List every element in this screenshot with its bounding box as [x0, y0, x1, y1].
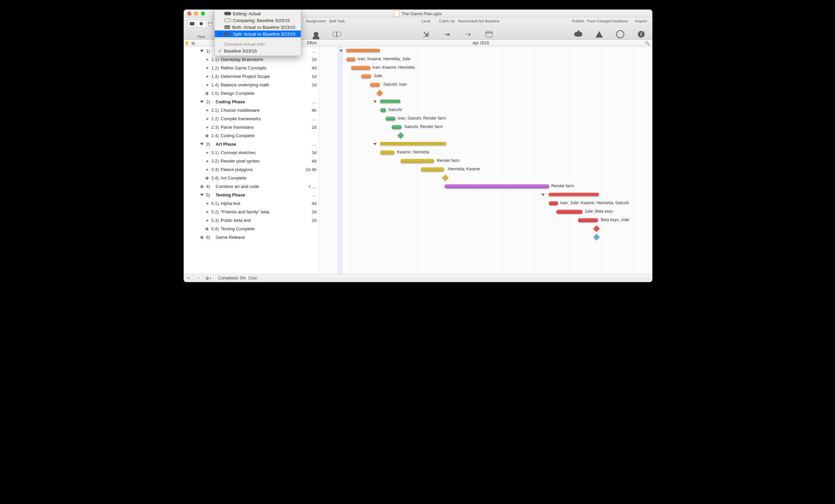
group-disclosure-icon[interactable] [373, 101, 377, 103]
group-bar[interactable] [549, 193, 599, 196]
gantt-row[interactable]: Julie; Beta keys [319, 208, 652, 216]
view-calendar-icon[interactable] [206, 20, 215, 27]
menu-item[interactable]: ✓Split: Actual vs Baseline 3/23/15 [215, 31, 301, 37]
disclosure-triangle-icon[interactable] [200, 194, 204, 196]
publish-button[interactable]: Publish [571, 30, 586, 39]
gantt-row[interactable]: Satoshi; Render farm [319, 123, 652, 132]
split-task-button[interactable]: Split Task [330, 30, 345, 39]
group-disclosure-icon[interactable] [373, 143, 377, 145]
gantt-chart[interactable]: Ivan; Kwame; Henrietta; JulieIvan; Kwame… [319, 47, 652, 274]
gantt-row[interactable] [319, 47, 652, 55]
outline-row[interactable]: 3.3)Fleece polygons2d 4h [184, 165, 319, 174]
menu-item[interactable]: ✓Baseline 3/23/15 [215, 47, 301, 54]
task-bar[interactable] [351, 66, 371, 70]
view-mode-segmented[interactable] [187, 20, 215, 28]
outline-row[interactable]: 2.4)Coding Complete [184, 132, 319, 140]
gantt-row[interactable]: Julie [319, 72, 652, 81]
gantt-row[interactable]: Satoshi [319, 106, 652, 115]
gantt-row[interactable]: Ivan; Satoshi; Render farm [319, 115, 652, 123]
violations-button[interactable]: Violations [613, 30, 628, 39]
zoom-icon[interactable]: 🔍 [643, 41, 652, 45]
group-disclosure-icon[interactable] [340, 50, 343, 52]
outline-row[interactable]: 1.4)Balance underlying math2d [184, 81, 319, 89]
outline-row[interactable]: 5.1)Alpha test4d [184, 199, 319, 208]
disclosure-triangle-icon[interactable] [200, 101, 204, 103]
outline-row[interactable]: 1.2)Refine Game Concepts4d [184, 64, 319, 72]
group-disclosure-icon[interactable] [541, 194, 545, 196]
task-bar[interactable] [386, 117, 396, 121]
track-changes-button[interactable]: Track Changes [592, 30, 607, 39]
task-bar[interactable] [346, 57, 356, 61]
milestone-marker[interactable] [442, 175, 449, 181]
task-bar[interactable] [444, 184, 549, 188]
group-bar[interactable] [346, 49, 380, 52]
level-button[interactable]: ⇲ Level [419, 30, 433, 39]
gantt-row[interactable]: Ivan; Kwame; Henrietta; Julie [319, 55, 652, 64]
outline-row[interactable]: 6)Game Release [184, 233, 319, 242]
outline-row[interactable]: 3.2)Render pixel sprites4d [184, 157, 319, 165]
gantt-row[interactable]: Ivan; Kwame; Henrietta [319, 64, 652, 72]
view-resource-icon[interactable] [197, 20, 206, 27]
group-bar[interactable] [380, 142, 446, 145]
task-bar[interactable] [380, 108, 386, 112]
gantt-row[interactable] [319, 225, 652, 233]
outline-row[interactable]: 4)Combine art and code< … [184, 182, 319, 191]
milestone-marker[interactable] [376, 90, 383, 97]
milestone-marker[interactable] [593, 225, 600, 232]
gantt-row[interactable] [319, 174, 652, 182]
task-bar[interactable] [370, 83, 380, 87]
action-menu-button[interactable]: ⚙▾ [204, 274, 213, 282]
notes-column-icon[interactable]: ▤ [190, 41, 196, 45]
task-bar[interactable] [380, 150, 395, 155]
outline-row[interactable]: 3)Art Phase… [184, 140, 319, 148]
task-bar[interactable] [421, 167, 444, 172]
outline-row[interactable]: 5.2)“Friends and family” beta3d [184, 208, 319, 216]
gantt-row[interactable] [319, 233, 652, 242]
baseline-compare-menu[interactable]: Editing: ActualComparing: Baseline 3/23/… [215, 9, 301, 56]
outline-row[interactable]: 2.1)Choose middleware4h [184, 106, 319, 115]
gantt-row[interactable]: Henrietta; Kwame [319, 165, 652, 174]
gantt-row[interactable] [319, 89, 652, 98]
gantt-row[interactable]: Render farm [319, 157, 652, 165]
group-bar[interactable] [380, 100, 401, 103]
outline-row[interactable]: 1.5)Design Complete [184, 89, 319, 98]
hand-tool-icon[interactable]: ✋ [184, 41, 190, 45]
gantt-row[interactable] [319, 98, 652, 106]
outline-row[interactable]: 2.3)Parse framistans2d [184, 123, 319, 132]
task-bar[interactable] [401, 159, 434, 163]
gantt-row[interactable]: Satoshi; Ivan [319, 81, 652, 89]
task-bar[interactable] [392, 125, 402, 129]
outline-row[interactable]: 1.3)Determine Project Scope1d [184, 72, 319, 81]
outline-row[interactable]: 5.4)Testing Complete [184, 225, 319, 233]
inspect-button[interactable]: i Inspect [634, 30, 649, 39]
catch-up-button[interactable]: ⇥ Catch Up [440, 30, 454, 39]
gantt-row[interactable]: Beta keys; Julie [319, 216, 652, 225]
menu-item[interactable]: Both: Actual vs Baseline 3/23/15 [215, 24, 301, 31]
reschedule-button[interactable]: ⇢ Reschedule [461, 30, 475, 39]
view-gantt-icon[interactable] [188, 20, 197, 27]
menu-item[interactable]: Comparing: Baseline 3/23/15 [215, 17, 301, 24]
gantt-row[interactable]: Kwame; Henrietta [319, 148, 652, 157]
menu-item[interactable]: Editing: Actual [215, 10, 301, 17]
disclosure-triangle-icon[interactable] [200, 50, 204, 52]
task-bar[interactable] [549, 201, 558, 205]
disclosure-triangle-icon[interactable] [200, 143, 204, 145]
gantt-row[interactable]: Ivan; Julie; Kwame; Henrietta; Satoshi [319, 199, 652, 208]
window-zoom-button[interactable] [201, 12, 205, 16]
outline-row[interactable]: 5)Testing Phase… [184, 191, 319, 199]
set-baseline-button[interactable]: Set Baseline [482, 30, 496, 39]
outline-row[interactable]: 3.1)Concept sketches3d [184, 148, 319, 157]
add-button[interactable]: + [184, 274, 194, 282]
outline-row[interactable]: 2)Coding Phase… [184, 98, 319, 106]
task-bar[interactable] [361, 74, 371, 78]
outline-row[interactable]: 5.3)Public beta test2d [184, 216, 319, 225]
task-bar[interactable] [578, 218, 598, 222]
effort-column-header[interactable]: Effort [307, 41, 319, 45]
gantt-row[interactable]: Render farm [319, 182, 652, 191]
gantt-row[interactable] [319, 140, 652, 148]
task-bar[interactable] [556, 210, 583, 214]
window-close-button[interactable] [187, 12, 191, 16]
outline-row[interactable]: 1.1)Gameplay Brainstorm2d [184, 55, 319, 64]
outline-row[interactable]: 3.4)Art Complete [184, 174, 319, 182]
remove-button[interactable]: − [194, 274, 204, 282]
